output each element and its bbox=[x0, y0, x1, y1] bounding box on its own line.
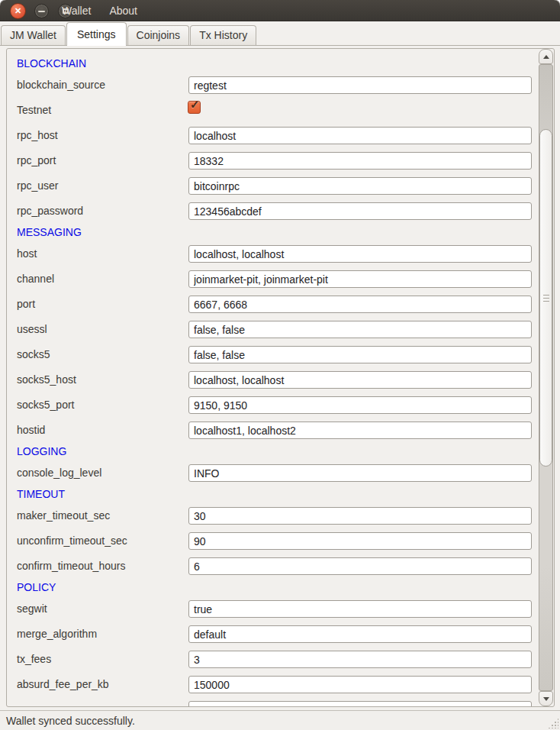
section-header-blockchain: BLOCKCHAIN bbox=[17, 55, 537, 73]
field-row: hostid bbox=[17, 418, 537, 443]
field-row: maker_timeout_sec bbox=[17, 503, 537, 528]
field-row: rpc_host bbox=[17, 123, 537, 148]
field-input-rpc_password[interactable] bbox=[188, 202, 532, 220]
tab-bar: JM Wallet Settings Coinjoins Tx History bbox=[0, 21, 560, 46]
field-label: usessl bbox=[17, 323, 47, 335]
field-input-usessl[interactable] bbox=[188, 321, 532, 338]
field-input-hostid[interactable] bbox=[188, 422, 532, 439]
field-row: rpc_user bbox=[17, 173, 537, 199]
field-row bbox=[17, 697, 537, 706]
field-row: tx_fees bbox=[17, 647, 537, 672]
scrollbar-thumb[interactable] bbox=[539, 129, 552, 467]
arrow-down-icon bbox=[543, 697, 549, 701]
resize-grip-icon[interactable] bbox=[548, 718, 558, 728]
field-input-socks5[interactable] bbox=[188, 346, 532, 363]
field-label: maker_timeout_sec bbox=[17, 509, 110, 522]
field-label: rpc_host bbox=[17, 129, 58, 141]
field-input-merge_algorithm[interactable] bbox=[188, 625, 532, 643]
field-input-console_log_level[interactable] bbox=[188, 464, 532, 482]
field-label: socks5_host bbox=[17, 373, 76, 386]
field-label: channel bbox=[17, 273, 54, 285]
app-window: ✕ Wallet About JM Wallet Settings Coinjo… bbox=[0, 0, 560, 730]
field-input-segwit[interactable] bbox=[188, 600, 532, 618]
field-label: console_log_level bbox=[17, 467, 101, 479]
field-row: socks5 bbox=[17, 342, 537, 367]
minimize-button[interactable] bbox=[34, 4, 49, 18]
field-row: merge_algorithm bbox=[17, 622, 537, 647]
field-input-unconfirm_timeout_sec[interactable] bbox=[188, 532, 532, 550]
field-input-rpc_host[interactable] bbox=[188, 127, 532, 144]
field-input-host[interactable] bbox=[188, 245, 532, 263]
settings-scroll-area: BLOCKCHAINblockchain_sourceTestnet✓rpc_h… bbox=[6, 48, 555, 707]
field-label: hostid bbox=[17, 424, 45, 436]
field-row: channel bbox=[17, 266, 537, 292]
field-row: unconfirm_timeout_sec bbox=[17, 528, 537, 554]
field-label: segwit bbox=[17, 602, 47, 615]
field-label: tx_fees bbox=[17, 653, 51, 665]
section-header-policy: POLICY bbox=[17, 579, 537, 596]
field-input-maker_timeout_sec[interactable] bbox=[188, 507, 532, 525]
field-label: host bbox=[17, 247, 37, 260]
menu-about[interactable]: About bbox=[108, 5, 139, 17]
field-row: Testnet✓ bbox=[17, 98, 537, 123]
scroll-down-button[interactable] bbox=[539, 691, 553, 706]
close-icon: ✕ bbox=[14, 7, 21, 15]
menu-wallet[interactable]: Wallet bbox=[60, 5, 92, 17]
minimize-icon bbox=[38, 11, 45, 12]
field-row: rpc_port bbox=[17, 148, 537, 173]
field-label: socks5_port bbox=[17, 399, 74, 411]
vertical-scrollbar[interactable] bbox=[538, 49, 554, 706]
status-message: Wallet synced successfully. bbox=[6, 715, 135, 727]
field-row: confirm_timeout_hours bbox=[17, 554, 537, 579]
field-row: segwit bbox=[17, 596, 537, 622]
scroll-up-button[interactable] bbox=[539, 49, 553, 64]
field-row: rpc_password bbox=[17, 199, 537, 224]
field-row: port bbox=[17, 292, 537, 317]
scrollbar-grip-icon bbox=[543, 295, 549, 302]
tab-settings[interactable]: Settings bbox=[66, 22, 127, 46]
field-row: socks5_port bbox=[17, 392, 537, 418]
settings-pane: BLOCKCHAINblockchain_sourceTestnet✓rpc_h… bbox=[0, 46, 560, 710]
testnet-checkbox[interactable]: ✓ bbox=[188, 101, 201, 114]
field-input-rpc_port[interactable] bbox=[188, 152, 532, 170]
field-input-blockchain_source[interactable] bbox=[188, 76, 532, 94]
field-label: rpc_password bbox=[17, 205, 83, 217]
menubar: Wallet About bbox=[60, 0, 139, 21]
field-label: port bbox=[17, 298, 35, 310]
section-header-logging: LOGGING bbox=[17, 443, 537, 460]
tab-jm-wallet[interactable]: JM Wallet bbox=[1, 25, 66, 45]
field-row: blockchain_source bbox=[17, 73, 537, 98]
field-row: absurd_fee_per_kb bbox=[17, 672, 537, 697]
field-label: confirm_timeout_hours bbox=[17, 560, 125, 572]
close-button[interactable]: ✕ bbox=[10, 3, 26, 19]
field-input-port[interactable] bbox=[188, 296, 532, 313]
field-label: socks5 bbox=[17, 348, 50, 360]
settings-form: BLOCKCHAINblockchain_sourceTestnet✓rpc_h… bbox=[7, 49, 537, 706]
field-input-cutoff[interactable] bbox=[188, 701, 532, 706]
scrollbar-track[interactable] bbox=[539, 64, 553, 691]
field-label: rpc_user bbox=[17, 179, 58, 192]
field-input-rpc_user[interactable] bbox=[188, 177, 532, 195]
field-label: absurd_fee_per_kb bbox=[17, 678, 109, 690]
field-input-tx_fees[interactable] bbox=[188, 651, 532, 668]
titlebar[interactable]: ✕ Wallet About bbox=[0, 0, 560, 21]
status-bar: Wallet synced successfully. bbox=[0, 710, 560, 730]
section-header-timeout: TIMEOUT bbox=[17, 486, 537, 503]
checkmark-icon: ✓ bbox=[190, 99, 200, 110]
field-row: socks5_host bbox=[17, 367, 537, 392]
field-input-channel[interactable] bbox=[188, 270, 532, 288]
tab-tx-history[interactable]: Tx History bbox=[190, 25, 256, 45]
field-label: blockchain_source bbox=[17, 79, 105, 91]
field-input-socks5_host[interactable] bbox=[188, 371, 532, 389]
field-input-absurd_fee_per_kb[interactable] bbox=[188, 676, 532, 693]
field-label: rpc_port bbox=[17, 154, 56, 166]
field-row: host bbox=[17, 241, 537, 266]
field-input-socks5_port[interactable] bbox=[188, 396, 532, 414]
field-row: console_log_level bbox=[17, 460, 537, 486]
field-label: Testnet bbox=[17, 104, 51, 116]
field-input-confirm_timeout_hours[interactable] bbox=[188, 557, 532, 575]
field-row: usessl bbox=[17, 317, 537, 342]
tab-coinjoins[interactable]: Coinjoins bbox=[127, 25, 190, 45]
section-header-messaging: MESSAGING bbox=[17, 224, 537, 241]
field-label: unconfirm_timeout_sec bbox=[17, 535, 127, 547]
